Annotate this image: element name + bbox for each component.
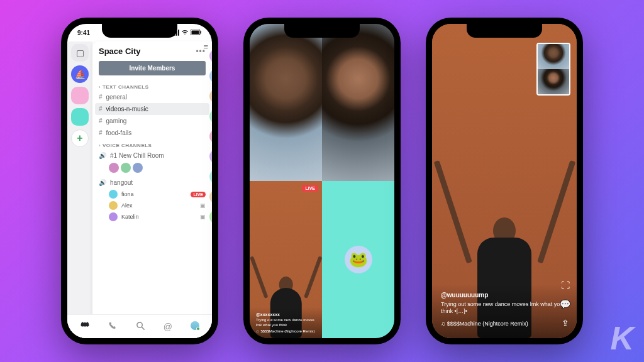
stream-caption: Trying out some new dance moves lmk what… xyxy=(256,318,316,327)
pip-participant-1 xyxy=(538,44,569,69)
video-tile-participant-2[interactable] xyxy=(322,24,394,181)
picture-in-picture[interactable] xyxy=(536,43,570,96)
member-avatar[interactable] xyxy=(209,190,212,204)
tab-profile-icon[interactable] xyxy=(191,321,199,332)
text-channels-label[interactable]: TEXT CHANNELS xyxy=(92,80,212,91)
dm-icon[interactable]: ▢ xyxy=(71,44,89,62)
tab-home-icon[interactable] xyxy=(80,321,90,332)
pip-participant-2 xyxy=(538,69,569,94)
phone-fullscreen-stream: @wuuuuuuump Trying out some new dance mo… xyxy=(426,18,583,344)
status-time: 9:41 xyxy=(77,30,90,36)
live-badge: LIVE xyxy=(191,192,206,197)
channel-food-fails[interactable]: #food-fails xyxy=(92,127,212,139)
music-note-icon: ♫ xyxy=(441,321,445,327)
invite-members-button[interactable]: Invite Members xyxy=(99,61,206,75)
voice-user-alex[interactable]: Alex ▣ xyxy=(92,200,212,211)
voice-user-katelin[interactable]: Katelin ▣ xyxy=(92,211,212,222)
phone-notch xyxy=(284,24,360,38)
channel-general[interactable]: #general xyxy=(92,91,212,103)
stream-handle: @wuuuuuuump xyxy=(441,292,568,299)
avatar xyxy=(109,201,118,210)
member-avatar[interactable] xyxy=(209,69,212,83)
video-tile-screen-share[interactable]: LIVE @xxxxxxxx Trying out some new dance… xyxy=(250,181,322,338)
burger-icon[interactable]: ≡ xyxy=(203,43,208,51)
tab-search-icon[interactable] xyxy=(136,321,145,332)
stream-overlay: @xxxxxxxx Trying out some new dance move… xyxy=(250,307,322,338)
voice-channel-chill[interactable]: 🔊#1 New Chill Room xyxy=(92,150,212,162)
video-tile-participant-1[interactable] xyxy=(250,24,322,181)
member-avatar[interactable] xyxy=(209,170,212,184)
hash-icon: # xyxy=(99,94,103,101)
share-icon[interactable]: ⇪ xyxy=(562,318,569,328)
server-icon-2[interactable] xyxy=(71,87,89,104)
live-badge: LIVE xyxy=(302,185,318,192)
member-avatar[interactable] xyxy=(209,129,212,143)
svg-rect-1 xyxy=(192,30,199,34)
video-tile-bot[interactable]: 🐸 xyxy=(322,181,394,338)
video-icon: ▣ xyxy=(200,202,206,209)
video-icon: ▣ xyxy=(200,214,206,220)
bot-avatar-icon: 🐸 xyxy=(345,246,372,273)
server-space-city[interactable]: ⛵ xyxy=(71,65,89,83)
voice-channels-label[interactable]: VOICE CHANNELS xyxy=(92,139,212,150)
member-avatar[interactable] xyxy=(209,210,212,224)
battery-icon xyxy=(191,30,202,36)
channel-gaming[interactable]: #gaming xyxy=(92,115,212,127)
wifi-icon xyxy=(181,29,189,36)
music-note-icon: ♫ xyxy=(256,329,259,333)
voice-user-fiona[interactable]: fiona LIVE xyxy=(92,189,212,200)
member-avatar[interactable] xyxy=(209,150,212,163)
svg-line-4 xyxy=(142,327,144,329)
tab-mentions-icon[interactable]: @ xyxy=(164,322,172,332)
watermark: K xyxy=(610,319,634,357)
avatar[interactable] xyxy=(133,163,143,173)
stream-track: ♫$$$$Machine (Nightcore Remix) xyxy=(441,321,568,327)
member-avatar[interactable] xyxy=(209,49,212,63)
channel-videos-n-music[interactable]: #videos-n-music xyxy=(95,103,209,115)
phone-discord-channels: 9:41 ≡ ▢ ⛵ + Space City xyxy=(61,18,218,344)
hash-icon: # xyxy=(99,118,103,124)
hash-icon: # xyxy=(99,129,103,136)
chat-icon[interactable]: 💬 xyxy=(560,299,570,309)
avatar[interactable] xyxy=(121,163,131,173)
server-icon-3[interactable] xyxy=(71,108,89,126)
member-rail xyxy=(209,49,212,224)
stream-actions: ⛶ 💬 ⇪ xyxy=(560,280,570,328)
add-server-button[interactable]: + xyxy=(71,129,89,147)
expand-icon[interactable]: ⛶ xyxy=(561,280,570,290)
channel-panel: Space City ••• Invite Members TEXT CHANN… xyxy=(92,41,212,338)
member-avatar[interactable] xyxy=(209,109,212,123)
member-avatar[interactable] xyxy=(209,89,212,103)
hash-icon: # xyxy=(99,106,103,112)
speaker-icon: 🔊 xyxy=(99,179,106,186)
server-rail: ▢ ⛵ + xyxy=(67,41,92,338)
stream-handle: @xxxxxxxx xyxy=(256,312,316,317)
avatar xyxy=(109,212,118,221)
tab-calls-icon[interactable] xyxy=(108,321,118,332)
stream-overlay: @wuuuuuuump Trying out some new dance mo… xyxy=(432,284,577,338)
phone-notch xyxy=(467,24,542,38)
bottom-tab-bar: @ xyxy=(67,314,212,338)
speaker-icon: 🔊 xyxy=(99,152,106,159)
avatar[interactable] xyxy=(109,163,119,173)
voice-chill-avatars xyxy=(92,163,212,173)
phone-notch xyxy=(102,24,177,38)
server-name: Space City xyxy=(99,47,140,56)
stream-caption: Trying out some new dance moves lmk what… xyxy=(441,301,568,315)
stream-track: ♫$$$$Machine (Nightcore Remix) xyxy=(256,329,316,333)
voice-channel-hangout[interactable]: 🔊hangout xyxy=(92,177,212,189)
svg-rect-2 xyxy=(201,31,202,33)
phone-video-call-grid: LIVE @xxxxxxxx Trying out some new dance… xyxy=(243,18,401,344)
avatar xyxy=(109,190,118,199)
